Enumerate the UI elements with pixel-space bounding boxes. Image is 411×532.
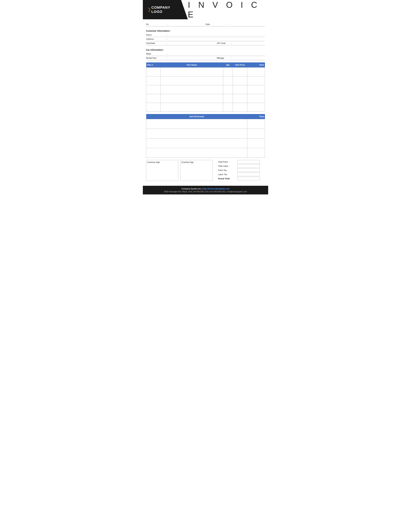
part-uprice-cell[interactable] xyxy=(233,85,247,94)
logo-text: COMPANY LOGO xyxy=(146,5,181,14)
labor-tax-row: Labor Tax xyxy=(218,172,265,176)
part-name-cell[interactable] xyxy=(161,94,223,103)
customer-name-row: Name : xyxy=(146,33,265,37)
labor-tax-value[interactable] xyxy=(237,172,260,176)
cashier-sign-box: [Cashier] Sign xyxy=(180,160,213,181)
zip-field: ZIP Code : xyxy=(217,42,265,44)
address-label: Address xyxy=(146,38,165,40)
part-num-cell[interactable] xyxy=(146,94,161,103)
job-desc-cell[interactable] xyxy=(146,148,247,158)
name-colon: : xyxy=(165,34,169,36)
mileage-colon: : xyxy=(230,57,233,59)
logo-arc-icon xyxy=(146,7,150,12)
part-qty-cell[interactable] xyxy=(223,85,233,94)
part-uprice-cell[interactable] xyxy=(233,103,247,112)
name-label: Name xyxy=(146,34,165,36)
city-colon: : xyxy=(165,42,169,44)
part-name-cell[interactable] xyxy=(161,76,223,85)
zip-label: ZIP Code xyxy=(217,42,230,44)
part-qty-cell[interactable] xyxy=(223,94,233,103)
footer-company-line: Company System Inc. | http://freewordtem… xyxy=(145,188,266,190)
customer-section-header: Customer Information: xyxy=(146,28,265,33)
part-total-cell[interactable] xyxy=(247,76,265,85)
total-labor-value[interactable] xyxy=(237,164,260,168)
grand-total-value[interactable] xyxy=(237,177,260,180)
model-colon: : xyxy=(165,57,169,59)
part-qty-cell[interactable] xyxy=(223,76,233,85)
customer-sign-label: Customer Sign xyxy=(147,161,177,163)
job-table-row xyxy=(146,148,265,158)
part-total-cell[interactable] xyxy=(247,67,265,76)
parts-table-row xyxy=(146,103,265,112)
address-colon: : xyxy=(165,38,169,40)
footer-company-name: Company System Inc. xyxy=(181,188,201,190)
totals-section: Total Parts Total Labor Parts Tax Labor … xyxy=(218,160,265,181)
job-total-cell[interactable] xyxy=(247,129,265,138)
part-num-cell[interactable] xyxy=(146,67,161,76)
part-uprice-cell[interactable] xyxy=(233,76,247,85)
col-header-job: Job Performed xyxy=(146,114,247,119)
part-num-cell[interactable] xyxy=(146,103,161,112)
part-num-cell[interactable] xyxy=(146,85,161,94)
col-header-total: Total xyxy=(247,62,265,67)
parts-table: Part # Part Name Qty Unit Price Total xyxy=(146,62,265,112)
job-desc-cell[interactable] xyxy=(146,119,247,129)
company-logo-area: COMPANY LOGO xyxy=(143,0,188,19)
parts-table-header-row: Part # Part Name Qty Unit Price Total xyxy=(146,62,265,67)
make-colon: : xyxy=(165,53,169,55)
grand-total-row: Grand Total xyxy=(218,177,265,180)
main-content: No : Date : Customer Information: Name :… xyxy=(143,22,268,181)
parts-table-row xyxy=(146,85,265,94)
parts-table-row xyxy=(146,76,265,85)
logo-label: COMPANY LOGO xyxy=(151,5,181,14)
job-total-cell[interactable] xyxy=(247,148,265,158)
col-header-job-total: Total xyxy=(247,114,265,119)
bottom-section: Customer Sign [Cashier] Sign Total Parts… xyxy=(146,160,265,181)
part-name-cell[interactable] xyxy=(161,67,223,76)
job-table-header-row: Job Performed Total xyxy=(146,114,265,119)
parts-table-row xyxy=(146,67,265,76)
total-labor-row: Total Labor xyxy=(218,164,265,168)
parts-tax-label: Parts Tax xyxy=(218,169,237,171)
customer-sign-box: Customer Sign xyxy=(146,160,178,181)
customer-citystate-row: City/State : ZIP Code : xyxy=(146,41,265,45)
job-total-cell[interactable] xyxy=(247,119,265,129)
part-num-cell[interactable] xyxy=(146,76,161,85)
part-total-cell[interactable] xyxy=(247,94,265,103)
no-label: No xyxy=(146,23,165,25)
car-model-row: Model/Year : Mileage : xyxy=(146,56,265,60)
job-desc-cell[interactable] xyxy=(146,129,247,138)
make-label: Make xyxy=(146,53,165,55)
parts-tax-value[interactable] xyxy=(237,168,260,172)
part-uprice-cell[interactable] xyxy=(233,67,247,76)
col-header-uprice: Unit Price xyxy=(233,62,247,67)
job-desc-cell[interactable] xyxy=(146,138,247,148)
page-header: COMPANY LOGO I N V O I C E xyxy=(143,0,268,19)
mileage-field: Mileage : xyxy=(217,57,265,59)
col-header-qty: Qty xyxy=(223,62,233,67)
part-uprice-cell[interactable] xyxy=(233,94,247,103)
part-name-cell[interactable] xyxy=(161,103,223,112)
job-total-cell[interactable] xyxy=(247,138,265,148)
invoice-title: I N V O I C E xyxy=(188,0,266,19)
no-colon: : xyxy=(165,23,169,25)
labor-tax-label: Labor Tax xyxy=(218,173,237,176)
part-total-cell[interactable] xyxy=(247,103,265,112)
part-qty-cell[interactable] xyxy=(223,67,233,76)
model-label: Model/Year xyxy=(146,57,165,59)
date-colon: : xyxy=(225,23,228,25)
total-parts-value[interactable] xyxy=(237,160,260,163)
customer-address-row: Address : xyxy=(146,37,265,41)
car-section-header: Car Information: xyxy=(146,47,265,52)
city-label: City/State xyxy=(146,42,165,44)
part-total-cell[interactable] xyxy=(247,85,265,94)
job-table-row xyxy=(146,129,265,138)
part-qty-cell[interactable] xyxy=(223,103,233,112)
invoice-no-field: No : xyxy=(146,23,205,25)
total-parts-row: Total Parts xyxy=(218,160,265,163)
job-table-row xyxy=(146,138,265,148)
page-footer: Company System Inc. | http://freewordtem… xyxy=(143,186,268,194)
footer-website-link[interactable]: http://freewordtemplates.net/ xyxy=(203,188,230,190)
part-name-cell[interactable] xyxy=(161,85,223,94)
cashier-sign-label: [Cashier] Sign xyxy=(182,161,211,163)
